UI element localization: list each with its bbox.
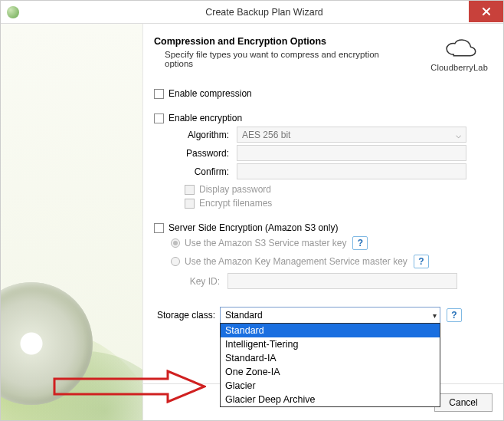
display-password-row: Display password (185, 184, 489, 195)
encrypt-filenames-checkbox (185, 199, 195, 209)
algorithm-select[interactable]: AES 256 bit ⌵ (237, 127, 466, 143)
enable-compression-label: Enable compression (169, 88, 252, 99)
storage-option-standard[interactable]: Standard (221, 324, 440, 337)
storage-option-glacier-deep-archive[interactable]: Glacier Deep Archive (221, 393, 440, 406)
enable-encryption-checkbox[interactable] (154, 113, 164, 123)
brand-logo: CloudberryLab (430, 38, 488, 72)
title-bar: Create Backup Plan Wizard (1, 1, 503, 24)
help-icon[interactable]: ? (352, 236, 368, 250)
cancel-button[interactable]: Cancel (434, 393, 493, 412)
algorithm-row: Algorithm: AES 256 bit ⌵ (171, 127, 489, 143)
chevron-down-icon: ▾ (433, 311, 437, 320)
storage-class-value: Standard (225, 310, 263, 321)
page-header: Compression and Encryption Options Speci… (154, 36, 489, 68)
sse-master-label: Use the Amazon S3 Service master key (185, 238, 346, 248)
sse-checkbox[interactable] (154, 223, 164, 233)
storage-class-select[interactable]: Standard ▾ Standard Intelligent-Tiering … (220, 307, 440, 324)
algorithm-label: Algorithm: (171, 130, 237, 140)
sse-master-row: Use the Amazon S3 Service master key ? (171, 236, 489, 250)
enable-encryption-label: Enable encryption (169, 113, 242, 123)
algorithm-value: AES 256 bit (242, 130, 290, 140)
brand-text: CloudberryLab (430, 63, 488, 72)
password-label: Password: (171, 148, 237, 159)
page-subtitle: Specify file types you want to compress … (165, 50, 394, 68)
window-title: Create Backup Plan Wizard (25, 7, 503, 18)
storage-class-label: Storage class: (157, 310, 220, 321)
enable-compression-checkbox[interactable] (154, 89, 164, 99)
storage-option-one-zone-ia[interactable]: One Zone-IA (221, 365, 440, 379)
key-id-label: Key ID: (185, 276, 227, 287)
app-icon (7, 6, 19, 18)
password-row: Password: (171, 145, 489, 161)
enable-compression-row: Enable compression (154, 88, 489, 99)
storage-class-list: Standard Intelligent-Tiering Standard-IA… (220, 323, 440, 407)
help-icon[interactable]: ? (447, 308, 462, 322)
confirm-label: Confirm: (171, 166, 237, 177)
encrypt-filenames-row: Encrypt filenames (185, 198, 489, 209)
storage-option-standard-ia[interactable]: Standard-IA (221, 351, 440, 365)
storage-class-button[interactable]: Standard ▾ (220, 307, 440, 324)
sse-kms-row: Use the Amazon Key Management Service ma… (171, 255, 489, 268)
sse-row: Server Side Encryption (Amazon S3 only) (154, 222, 489, 233)
close-icon (483, 8, 490, 15)
sse-label: Server Side Encryption (Amazon S3 only) (169, 222, 338, 233)
help-icon[interactable]: ? (414, 255, 429, 268)
display-password-checkbox (185, 185, 195, 195)
storage-option-glacier[interactable]: Glacier (221, 379, 440, 393)
chevron-down-icon: ⌵ (450, 130, 466, 140)
cloud-icon (442, 38, 477, 62)
wizard-sidebar (1, 24, 143, 420)
storage-option-intelligent-tiering[interactable]: Intelligent-Tiering (221, 337, 440, 351)
display-password-label: Display password (199, 184, 271, 195)
confirm-row: Confirm: (171, 163, 489, 179)
enable-encryption-row: Enable encryption (154, 113, 489, 123)
sse-master-radio (171, 238, 180, 248)
sse-kms-radio (171, 257, 180, 266)
key-id-field[interactable] (227, 273, 457, 289)
close-button[interactable] (469, 1, 503, 22)
key-id-row: Key ID: (185, 273, 489, 289)
encrypt-filenames-label: Encrypt filenames (199, 198, 272, 209)
main-area: Compression and Encryption Options Speci… (1, 24, 503, 420)
wizard-content: Compression and Encryption Options Speci… (143, 24, 503, 420)
password-field[interactable] (237, 145, 466, 161)
sse-kms-label: Use the Amazon Key Management Service ma… (185, 256, 407, 267)
confirm-field[interactable] (237, 163, 466, 179)
storage-class-row: Storage class: Standard ▾ Standard Intel… (154, 307, 489, 324)
